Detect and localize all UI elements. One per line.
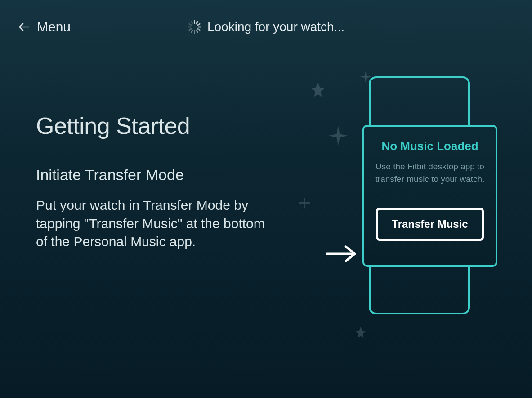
transfer-music-button: Transfer Music: [376, 208, 484, 241]
status-text: Looking for your watch...: [207, 20, 344, 34]
watch-body-outline: No Music Loaded Use the Fitbit desktop a…: [369, 76, 470, 314]
sparkle-icon: [328, 126, 348, 146]
menu-label: Menu: [37, 19, 71, 35]
content-area: Getting Started Initiate Transfer Mode P…: [0, 40, 532, 251]
pointer-arrow-icon: [326, 245, 358, 263]
watch-screen-title: No Music Loaded: [372, 139, 487, 153]
back-arrow-icon: [18, 21, 31, 33]
star-icon: [308, 81, 328, 101]
status-indicator: Looking for your watch...: [188, 20, 344, 34]
page-title: Getting Started: [36, 112, 270, 139]
watch-screen-body: Use the Fitbit desktop app to transfer m…: [372, 160, 487, 185]
instructions-panel: Getting Started Initiate Transfer Mode P…: [0, 112, 279, 251]
app-header: Menu Looking for your watch...: [0, 0, 532, 40]
loading-spinner-icon: [188, 20, 201, 34]
watch-illustration-panel: No Music Loaded Use the Fitbit desktop a…: [279, 112, 532, 251]
watch-illustration: No Music Loaded Use the Fitbit desktop a…: [369, 76, 470, 314]
plus-icon: [299, 198, 310, 208]
section-subheading: Initiate Transfer Mode: [36, 166, 270, 184]
instruction-text: Put your watch in Transfer Mode by tappi…: [36, 196, 270, 251]
star-icon: [353, 326, 368, 341]
back-menu-button[interactable]: Menu: [18, 19, 71, 35]
watch-screen: No Music Loaded Use the Fitbit desktop a…: [362, 125, 497, 267]
